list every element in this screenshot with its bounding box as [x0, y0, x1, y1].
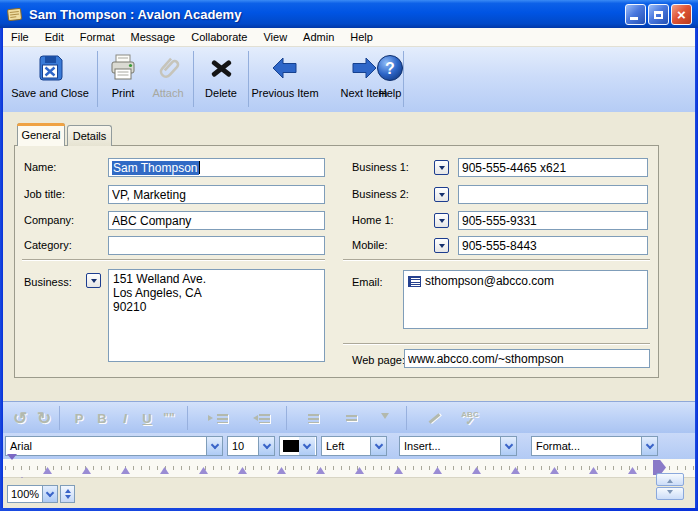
job-title-input[interactable] — [108, 185, 325, 204]
highlight-pen-icon[interactable] — [423, 406, 445, 430]
company-label: Company: — [24, 214, 74, 226]
font-color-select[interactable] — [279, 436, 317, 456]
move-down-icon[interactable] — [377, 406, 393, 430]
zoom-control[interactable]: 100% — [7, 485, 75, 503]
tab-stop-marker[interactable] — [277, 467, 286, 474]
scroll-down-button[interactable] — [656, 487, 684, 500]
tab-stop-marker[interactable] — [355, 467, 364, 474]
company-input[interactable] — [108, 211, 325, 230]
tab-stop-marker[interactable] — [121, 467, 130, 474]
zoom-spinner[interactable] — [60, 485, 75, 503]
floppy-disk-icon — [34, 50, 66, 86]
chevron-down-icon[interactable] — [641, 437, 657, 455]
tab-stop-marker[interactable] — [550, 467, 559, 474]
alignment-select[interactable]: Left — [321, 436, 387, 456]
maximize-button[interactable] — [648, 4, 669, 25]
paragraph-icon[interactable]: P — [71, 406, 87, 430]
save-and-close-button[interactable]: Save and Close — [7, 50, 93, 109]
font-family-select[interactable]: Arial — [5, 436, 223, 456]
chevron-down-icon[interactable] — [299, 437, 315, 455]
home1-input[interactable] — [458, 211, 648, 230]
quote-icon[interactable]: "" — [160, 406, 178, 430]
chevron-down-icon[interactable] — [43, 485, 58, 503]
tab-stop-marker[interactable] — [472, 467, 481, 474]
category-input[interactable] — [108, 236, 325, 255]
tab-stop-marker[interactable] — [511, 467, 520, 474]
chevron-down-icon[interactable] — [500, 437, 516, 455]
minimize-button[interactable] — [625, 4, 646, 25]
print-button[interactable]: Print — [101, 50, 145, 109]
menu-item-file[interactable]: File — [3, 28, 37, 46]
tab-stop-marker[interactable] — [316, 467, 325, 474]
business2-input[interactable] — [458, 185, 648, 204]
menu-item-collaborate[interactable]: Collaborate — [183, 28, 255, 46]
app-icon — [6, 6, 23, 22]
format-select[interactable]: Format... — [531, 436, 658, 456]
name-input[interactable]: Sam Thompson — [108, 158, 325, 177]
home1-dropdown-button[interactable] — [434, 213, 449, 228]
ruler — [3, 459, 695, 478]
scroll-up-button[interactable] — [656, 473, 684, 486]
dropdown-arrow-icon — [439, 219, 445, 226]
business1-input[interactable] — [458, 158, 648, 177]
business-address-label: Business: — [24, 276, 72, 288]
email-list-box[interactable]: sthompson@abcco.com — [403, 270, 648, 329]
tab-stop-marker[interactable] — [199, 467, 208, 474]
business1-dropdown-button[interactable] — [434, 160, 449, 175]
delete-button[interactable]: Delete — [197, 50, 245, 109]
business2-dropdown-button[interactable] — [434, 187, 449, 202]
chevron-down-icon[interactable] — [258, 437, 274, 455]
indent-increase-icon[interactable] — [207, 406, 229, 430]
dropdown-arrow-icon — [439, 244, 445, 251]
help-button[interactable]: ? Help — [367, 50, 413, 109]
mobile-input[interactable] — [458, 236, 648, 255]
tab-stop-marker[interactable] — [238, 467, 247, 474]
tab-general[interactable]: General — [17, 123, 65, 146]
spin-up-icon — [65, 486, 71, 493]
chevron-down-icon[interactable] — [370, 437, 386, 455]
text-caret — [199, 161, 200, 174]
business-address-textarea[interactable]: 151 Welland Ave. Los Angeles, CA 90210 — [108, 269, 325, 362]
previous-item-button[interactable]: Previous Item — [243, 50, 327, 109]
font-size-value: 10 — [228, 440, 258, 452]
tab-details[interactable]: Details — [67, 125, 112, 146]
menu-item-help[interactable]: Help — [342, 28, 381, 46]
menu-item-message[interactable]: Message — [123, 28, 184, 46]
menu-item-edit[interactable]: Edit — [37, 28, 72, 46]
web-page-input[interactable] — [404, 349, 650, 368]
redo-icon[interactable]: ↻ — [34, 406, 54, 430]
bold-icon[interactable]: B — [94, 406, 110, 430]
printer-icon — [107, 50, 139, 86]
tab-stop-marker[interactable] — [82, 467, 91, 474]
mobile-dropdown-button[interactable] — [434, 238, 449, 253]
tab-stop-marker[interactable] — [589, 467, 598, 474]
chevron-down-icon[interactable] — [206, 437, 222, 455]
undo-icon[interactable]: ↺ — [10, 406, 30, 430]
line-spacing-icon[interactable] — [303, 406, 323, 430]
underline-icon[interactable]: U — [139, 406, 155, 430]
zoom-value[interactable]: 100% — [7, 485, 43, 503]
italic-icon[interactable]: I — [117, 406, 133, 430]
spellcheck-icon[interactable]: ABC✓ — [458, 406, 482, 430]
toolbar-separator — [187, 406, 188, 430]
window-title: Sam Thompson : Avalon Academy — [29, 7, 241, 22]
arrow-left-icon — [270, 50, 300, 86]
scroll-spinner — [656, 473, 684, 500]
menu-item-admin[interactable]: Admin — [295, 28, 342, 46]
tab-stop-marker[interactable] — [394, 467, 403, 474]
separator-line — [343, 343, 650, 345]
tab-stop-marker[interactable] — [433, 467, 442, 474]
font-size-select[interactable]: 10 — [227, 436, 275, 456]
paragraph-spacing-icon[interactable] — [341, 406, 361, 430]
business-address-dropdown-button[interactable] — [86, 273, 101, 288]
close-button[interactable]: × — [671, 4, 692, 25]
job-title-label: Job title: — [24, 188, 65, 200]
tab-stop-marker[interactable] — [628, 467, 637, 474]
indent-decrease-icon[interactable] — [249, 406, 271, 430]
menu-item-format[interactable]: Format — [72, 28, 123, 46]
menu-item-view[interactable]: View — [255, 28, 295, 46]
tab-stop-marker[interactable] — [43, 467, 52, 474]
indent-marker-left[interactable] — [7, 460, 27, 478]
tab-stop-marker[interactable] — [160, 467, 169, 474]
insert-select[interactable]: Insert... — [399, 436, 517, 456]
